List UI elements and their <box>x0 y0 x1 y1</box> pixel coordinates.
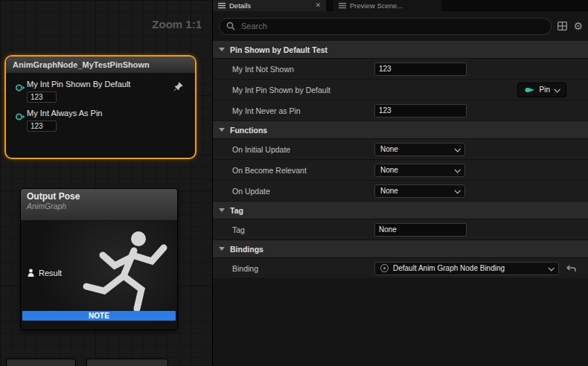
property-row: My Int Pin Shown by Default Pin <box>213 80 588 100</box>
binding-icon <box>380 264 389 272</box>
revert-arrow-icon[interactable] <box>566 265 576 272</box>
tab-details[interactable]: Details ✕ <box>213 0 326 11</box>
tag-input[interactable] <box>374 223 467 237</box>
chevron-down-icon <box>219 247 225 251</box>
property-row: On Become Relevant None <box>213 160 588 181</box>
section-header-bindings[interactable]: Bindings <box>213 240 588 258</box>
chevron-down-icon <box>548 265 554 271</box>
property-row: Binding Default Anim Graph Node Binding <box>213 258 588 279</box>
preview-tab-icon <box>339 2 346 9</box>
section-title: Pin Shown by Default Test <box>230 45 327 54</box>
property-row: My Int Not Shown <box>213 59 588 80</box>
node-title: Output Pose <box>27 191 171 202</box>
anim-graph-node-selected[interactable]: AnimGraphNode_MyTestPinShown My Int Pin … <box>4 55 196 159</box>
section-title: Bindings <box>230 245 263 254</box>
pin-label: My Int Pin Shown By Default <box>27 80 130 89</box>
my-int-never-as-pin-input[interactable] <box>374 104 467 118</box>
chevron-down-icon <box>219 128 225 132</box>
settings-gear-icon[interactable]: ⚙ <box>573 21 583 31</box>
pushpin-icon[interactable] <box>173 81 183 94</box>
dropdown-value: None <box>380 145 398 153</box>
output-pose-body: Result NOTE <box>21 221 177 322</box>
property-row: Tag <box>213 219 588 240</box>
chevron-down-icon <box>454 146 460 152</box>
int-pin-icon[interactable] <box>15 111 27 124</box>
zoom-level-label: Zoom 1:1 <box>152 18 202 30</box>
pin-glyph-icon <box>525 87 535 93</box>
search-icon <box>226 22 235 30</box>
dropdown-value: Default Anim Graph Node Binding <box>393 264 544 272</box>
chevron-down-icon <box>219 48 225 51</box>
anim-graph-canvas[interactable]: Zoom 1:1 AnimGraphNode_MyTestPinShown My… <box>0 0 212 366</box>
property-row: My Int Never as Pin <box>213 100 588 121</box>
search-input[interactable] <box>240 21 544 31</box>
property-label: Binding <box>213 264 374 273</box>
tab-label: Details <box>229 1 251 10</box>
grid-view-icon[interactable] <box>557 22 567 30</box>
property-label: On Become Relevant <box>213 166 374 175</box>
binding-dropdown[interactable]: Default Anim Graph Node Binding <box>374 262 559 275</box>
pin-dropdown-button[interactable]: Pin <box>517 83 566 97</box>
output-pose-header[interactable]: Output Pose AnimGraph <box>21 189 177 221</box>
chevron-down-icon <box>554 86 560 92</box>
pin-value-input[interactable] <box>27 92 57 103</box>
int-pin-icon[interactable] <box>15 82 27 95</box>
node-pin-row: My Int Pin Shown By Default <box>6 74 195 103</box>
property-label: Tag <box>213 225 374 234</box>
section-header-pin-test[interactable]: Pin Shown by Default Test <box>213 41 588 59</box>
property-label: My Int Never as Pin <box>213 106 374 115</box>
close-icon[interactable]: ✕ <box>315 2 321 9</box>
section-title: Tag <box>230 206 243 215</box>
partial-node[interactable] <box>6 359 76 366</box>
property-label: On Update <box>213 187 374 196</box>
pose-pin-icon <box>27 269 35 277</box>
section-header-tag[interactable]: Tag <box>213 202 588 219</box>
search-box[interactable] <box>219 18 552 35</box>
dropdown-value: None <box>380 187 398 195</box>
property-row: On Update None <box>213 181 588 202</box>
on-update-dropdown[interactable]: None <box>374 184 465 198</box>
chevron-down-icon <box>454 167 460 173</box>
my-int-not-shown-input[interactable] <box>374 62 467 76</box>
tab-bar: Details ✕ Preview Scene... <box>213 0 588 11</box>
node-subtitle: AnimGraph <box>27 202 171 211</box>
pin-button-label: Pin <box>540 86 550 94</box>
details-tab-icon <box>218 2 226 9</box>
pin-label: My Int Always As Pin <box>27 109 102 118</box>
node-pin-row: My Int Always As Pin <box>6 103 195 132</box>
dropdown-value: None <box>380 166 398 174</box>
tab-label: Preview Scene... <box>350 1 403 10</box>
section-header-functions[interactable]: Functions <box>213 121 588 139</box>
result-pin[interactable]: Result <box>27 269 62 277</box>
property-row: On Initial Update None <box>213 139 588 160</box>
details-panel: Details ✕ Preview Scene... ⚙ Pin Shown b… <box>212 0 588 366</box>
section-title: Functions <box>230 126 267 135</box>
note-banner[interactable]: NOTE <box>22 311 176 321</box>
result-pin-label: Result <box>39 269 62 277</box>
partial-node[interactable] <box>86 359 168 366</box>
chevron-down-icon <box>454 187 460 193</box>
node-title[interactable]: AnimGraphNode_MyTestPinShown <box>6 57 195 74</box>
tab-preview-scene[interactable]: Preview Scene... <box>333 0 441 11</box>
property-label: On Initial Update <box>213 145 374 154</box>
search-row: ⚙ <box>213 11 588 41</box>
output-pose-node[interactable]: Output Pose AnimGraph Result <box>20 188 178 330</box>
pin-value-input[interactable] <box>27 121 57 132</box>
on-become-relevant-dropdown[interactable]: None <box>374 164 465 177</box>
on-initial-update-dropdown[interactable]: None <box>374 143 465 156</box>
chevron-down-icon <box>219 208 225 212</box>
unreal-editor-window: Zoom 1:1 AnimGraphNode_MyTestPinShown My… <box>0 0 588 366</box>
property-label: My Int Pin Shown by Default <box>213 86 374 94</box>
property-label: My Int Not Shown <box>213 65 374 74</box>
